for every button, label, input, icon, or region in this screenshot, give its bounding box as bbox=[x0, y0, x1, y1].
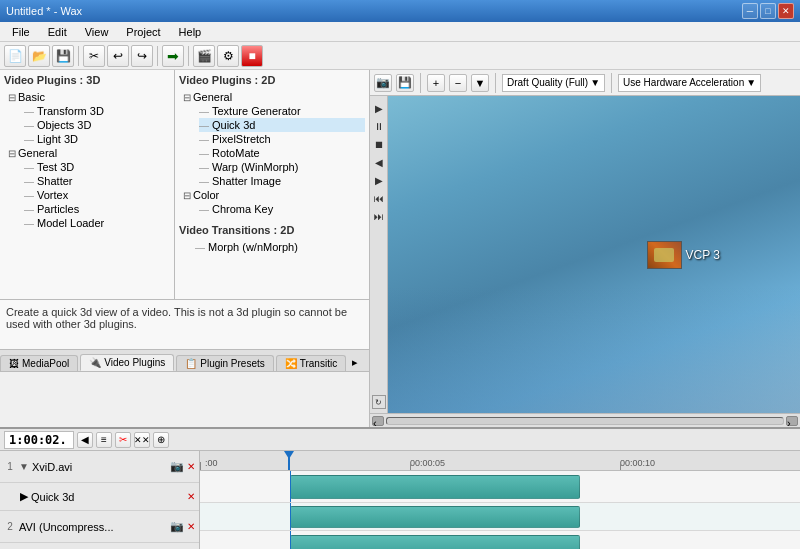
group-color-label[interactable]: Color bbox=[183, 188, 365, 202]
play-button[interactable]: ▶ bbox=[371, 100, 387, 116]
menu-help[interactable]: Help bbox=[171, 24, 210, 40]
transitions-2d-title: Video Transitions : 2D bbox=[179, 224, 365, 236]
tab-more[interactable]: ▸ bbox=[348, 354, 362, 371]
toolbar-stop[interactable]: ■ bbox=[241, 45, 263, 67]
playhead-line-1s bbox=[290, 503, 291, 530]
group-general-2d-label[interactable]: General bbox=[183, 90, 365, 104]
quality-dropdown[interactable]: Draft Quality (Full) ▼ bbox=[502, 74, 605, 92]
sub-expand[interactable]: ▶ bbox=[20, 490, 28, 503]
quality-dropdown-icon: ▼ bbox=[590, 77, 600, 88]
item-transform3d[interactable]: Transform 3D bbox=[24, 104, 170, 118]
loop-button[interactable]: ↻ bbox=[372, 395, 386, 409]
track-close-1[interactable]: ✕ bbox=[187, 461, 195, 472]
rewind-button[interactable]: ◀ bbox=[371, 154, 387, 170]
toolbar-sep1 bbox=[78, 46, 79, 66]
toolbar-new[interactable]: 📄 bbox=[4, 45, 26, 67]
timeline-btn-delete[interactable]: ✕✕ bbox=[134, 432, 150, 448]
menu-file[interactable]: File bbox=[4, 24, 38, 40]
track-close-2[interactable]: ✕ bbox=[187, 521, 195, 532]
stop-button[interactable]: ⏹ bbox=[371, 136, 387, 152]
item-test3d[interactable]: Test 3D bbox=[24, 160, 170, 174]
clip-2-main[interactable] bbox=[290, 535, 580, 549]
item-warpwinmorph[interactable]: Warp (WinMorph) bbox=[199, 160, 365, 174]
tab-pluginpresets[interactable]: 📋 Plugin Presets bbox=[176, 355, 273, 371]
playhead-ruler bbox=[288, 451, 290, 470]
minimize-button[interactable]: ─ bbox=[742, 3, 758, 19]
scrollbar-right-btn[interactable]: › bbox=[786, 416, 798, 426]
timeline-btn-left[interactable]: ◀ bbox=[77, 432, 93, 448]
item-shatter[interactable]: Shatter bbox=[24, 174, 170, 188]
toolbar-cut[interactable]: ✂ bbox=[83, 45, 105, 67]
item-pixelstretch[interactable]: PixelStretch bbox=[199, 132, 365, 146]
track-icon-1[interactable]: 📷 bbox=[170, 460, 184, 473]
item-vortex[interactable]: Vortex bbox=[24, 188, 170, 202]
item-shatterimage[interactable]: Shatter Image bbox=[199, 174, 365, 188]
menu-edit[interactable]: Edit bbox=[40, 24, 75, 40]
accel-dropdown[interactable]: Use Hardware Acceleration ▼ bbox=[618, 74, 761, 92]
ruler-tick-10 bbox=[620, 462, 621, 470]
pause-button[interactable]: ⏸ bbox=[371, 118, 387, 134]
clip-1-sub[interactable] bbox=[290, 506, 580, 528]
preview-snapshot-btn[interactable]: 📷 bbox=[374, 74, 392, 92]
item-particles[interactable]: Particles bbox=[24, 202, 170, 216]
ruler-mark-10: 00:00:10 bbox=[620, 458, 655, 468]
video-plugins-3d: Video Plugins : 3D Basic Transform 3D Ob… bbox=[0, 70, 175, 299]
toolbar-forward[interactable]: ➡ bbox=[162, 45, 184, 67]
item-morphwinmorph[interactable]: Morph (w/nMorph) bbox=[195, 240, 365, 254]
scrollbar-left-btn[interactable]: ‹ bbox=[372, 416, 384, 426]
track-header-1: 1 ▼ XviD.avi 📷 ✕ bbox=[0, 451, 199, 483]
ffwd-button[interactable]: ▶ bbox=[371, 172, 387, 188]
group-basic-label[interactable]: Basic bbox=[8, 90, 170, 104]
preview-zoomout-btn[interactable]: − bbox=[449, 74, 467, 92]
sub-close-quick3d[interactable]: ✕ bbox=[187, 491, 195, 502]
tab-transitic[interactable]: 🔀 Transitic bbox=[276, 355, 346, 371]
group-general-3d: General Test 3D Shatter Vortex Particles… bbox=[8, 146, 170, 230]
item-modelloader[interactable]: Model Loader bbox=[24, 216, 170, 230]
title-bar-controls: ─ □ ✕ bbox=[742, 3, 794, 19]
scrollbar-track[interactable] bbox=[386, 417, 784, 425]
track-row-2 bbox=[200, 531, 800, 549]
toolbar-save[interactable]: 💾 bbox=[52, 45, 74, 67]
skipback-button[interactable]: ⏮ bbox=[371, 190, 387, 206]
pluginpresets-icon: 📋 bbox=[185, 358, 197, 369]
preview-dropdown-btn[interactable]: ▼ bbox=[471, 74, 489, 92]
skipfwd-button[interactable]: ⏭ bbox=[371, 208, 387, 224]
item-light3d[interactable]: Light 3D bbox=[24, 132, 170, 146]
maximize-button[interactable]: □ bbox=[760, 3, 776, 19]
toolbar-render[interactable]: 🎬 bbox=[193, 45, 215, 67]
item-chromakey[interactable]: Chroma Key bbox=[199, 202, 365, 216]
toolbar-undo[interactable]: ↩ bbox=[107, 45, 129, 67]
preview-zoomin-btn[interactable]: + bbox=[427, 74, 445, 92]
track-icon-2[interactable]: 📷 bbox=[170, 520, 184, 533]
playhead-triangle bbox=[284, 451, 294, 459]
toolbar-open[interactable]: 📂 bbox=[28, 45, 50, 67]
timeline-btn-speed[interactable]: ≡ bbox=[96, 432, 112, 448]
track-expand-1[interactable]: ▼ bbox=[19, 461, 29, 472]
left-panel: Video Plugins : 3D Basic Transform 3D Ob… bbox=[0, 70, 370, 427]
app-title: Untitled * - Wax bbox=[6, 5, 82, 17]
close-button[interactable]: ✕ bbox=[778, 3, 794, 19]
tab-transitic-label: Transitic bbox=[300, 358, 337, 369]
menu-project[interactable]: Project bbox=[118, 24, 168, 40]
track-name-2: AVI (Uncompress... bbox=[19, 521, 167, 533]
item-quick3d[interactable]: Quick 3d bbox=[199, 118, 365, 132]
track-name-1: XviD.avi bbox=[32, 461, 167, 473]
track-subheader-quick3d: ▶ Quick 3d ✕ bbox=[0, 483, 199, 511]
toolbar-settings[interactable]: ⚙ bbox=[217, 45, 239, 67]
tab-mediapool[interactable]: 🖼 MediaPool bbox=[0, 355, 78, 371]
preview-sep2 bbox=[495, 73, 496, 93]
description-area: Create a quick 3d view of a video. This … bbox=[0, 300, 369, 350]
timeline-btn-add[interactable]: ⊕ bbox=[153, 432, 169, 448]
video-scrollbar-h[interactable]: ‹ › bbox=[370, 413, 800, 427]
item-texturegenerator[interactable]: Texture Generator bbox=[199, 104, 365, 118]
tab-videoplugins[interactable]: 🔌 Video Plugins bbox=[80, 354, 174, 371]
timeline-btn-cut[interactable]: ✂ bbox=[115, 432, 131, 448]
item-objects3d[interactable]: Objects 3D bbox=[24, 118, 170, 132]
menu-view[interactable]: View bbox=[77, 24, 117, 40]
toolbar-redo[interactable]: ↪ bbox=[131, 45, 153, 67]
video-plugins-2d: Video Plugins : 2D General Texture Gener… bbox=[175, 70, 369, 299]
item-rotomate[interactable]: RotoMate bbox=[199, 146, 365, 160]
preview-save-btn[interactable]: 💾 bbox=[396, 74, 414, 92]
clip-1-main[interactable] bbox=[290, 475, 580, 499]
group-general-3d-label[interactable]: General bbox=[8, 146, 170, 160]
